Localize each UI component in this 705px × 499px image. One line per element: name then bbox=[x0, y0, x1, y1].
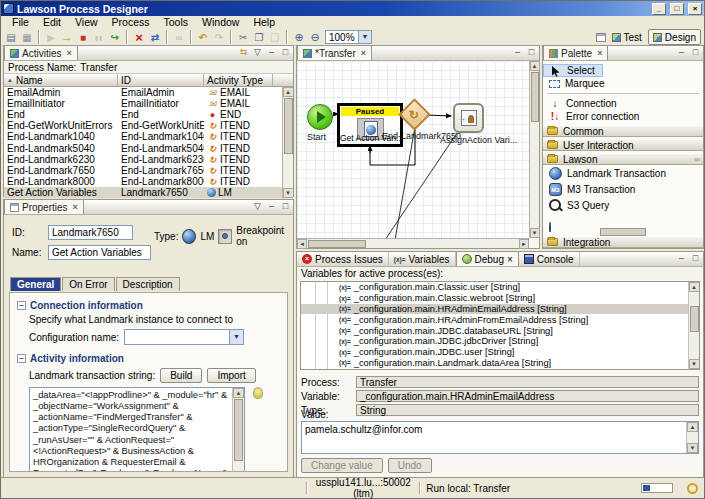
close-icon[interactable]: × bbox=[73, 202, 78, 212]
save-icon[interactable] bbox=[3, 30, 19, 45]
scroll-up-icon[interactable]: ▲ bbox=[687, 422, 698, 432]
tool-connection[interactable]: ↓ Connection bbox=[543, 97, 703, 110]
print-icon[interactable] bbox=[19, 30, 35, 45]
open-perspective-icon[interactable] bbox=[596, 33, 606, 42]
pin-icon[interactable]: ∞ bbox=[694, 155, 700, 164]
table-scrollbar[interactable]: ▲ ▼ bbox=[282, 87, 293, 198]
collapse-icon[interactable]: − bbox=[17, 354, 26, 363]
table-row[interactable]: End-Landmark8000End-Landmark8000ITEND bbox=[4, 176, 293, 187]
redo-icon[interactable] bbox=[211, 30, 227, 45]
close-button[interactable]: × bbox=[688, 3, 702, 15]
menu-file[interactable]: File bbox=[5, 16, 36, 29]
scroll-right-icon[interactable]: ► bbox=[519, 239, 529, 249]
tool-error-connection[interactable]: !↓ Error connection bbox=[543, 110, 703, 123]
close-icon[interactable]: × bbox=[361, 48, 366, 58]
category-user-interaction[interactable]: User Interaction bbox=[543, 139, 703, 151]
view-menu-icon[interactable]: ▽ bbox=[252, 201, 263, 211]
title-bar[interactable]: Lawson Process Designer _ □ × bbox=[1, 1, 704, 16]
scrollbar-thumb[interactable] bbox=[234, 399, 243, 461]
pause-icon[interactable] bbox=[91, 30, 107, 45]
relaunch-icon[interactable] bbox=[147, 30, 163, 45]
scrollbar-thumb[interactable] bbox=[308, 240, 366, 248]
palette-item-m3-transaction[interactable]: M3 M3 Transaction bbox=[543, 181, 703, 197]
column-header-name[interactable]: ▲Name bbox=[4, 74, 118, 86]
tab-transfer-editor[interactable]: *Transfer × bbox=[297, 45, 372, 60]
scroll-up-icon[interactable]: ▲ bbox=[233, 388, 244, 398]
close-icon[interactable]: × bbox=[66, 48, 71, 58]
view-menu-icon[interactable]: ▽ bbox=[252, 47, 263, 57]
breakpoint-toggle[interactable] bbox=[218, 229, 232, 244]
palette-item-s3-query[interactable]: S3 Query bbox=[543, 197, 703, 213]
column-header-id[interactable]: ID bbox=[118, 74, 204, 86]
tab-process-issues[interactable]: × Process Issues bbox=[297, 252, 389, 266]
table-row[interactable]: End-Landmark6230End-Landmark6230ITEND bbox=[4, 154, 293, 165]
textarea-scrollbar[interactable]: ▲ ▼ bbox=[232, 388, 244, 472]
design-canvas[interactable]: Start Paused Get Action Vari... ↻ End-La… bbox=[297, 61, 529, 238]
canvas-vertical-scrollbar[interactable]: ▲ ▼ bbox=[529, 61, 539, 238]
tab-palette[interactable]: Palette × bbox=[543, 45, 608, 60]
maximize-view-icon[interactable]: □ bbox=[526, 47, 537, 57]
minimize-button[interactable]: _ bbox=[652, 3, 666, 15]
palette-item-landmark-transaction[interactable]: Landmark Transaction bbox=[543, 165, 703, 181]
terminate-icon[interactable] bbox=[131, 30, 147, 45]
variable-row-selected[interactable]: _configuration.main.HRAdminEmailAddress … bbox=[301, 304, 699, 315]
resume-icon[interactable] bbox=[59, 30, 75, 45]
scroll-up-icon[interactable]: ▲ bbox=[283, 87, 294, 97]
change-value-button[interactable]: Change value bbox=[301, 458, 383, 473]
tab-console[interactable]: Console bbox=[519, 252, 580, 266]
table-row[interactable]: EndEndEND bbox=[4, 109, 293, 120]
undo-button[interactable]: Undo bbox=[388, 458, 432, 473]
maximize-view-icon[interactable]: □ bbox=[280, 47, 291, 57]
copy-icon[interactable] bbox=[251, 30, 267, 45]
scroll-down-icon[interactable]: ▼ bbox=[689, 359, 700, 369]
tab-general[interactable]: General bbox=[10, 277, 61, 291]
tab-description[interactable]: Description bbox=[116, 277, 180, 291]
menu-help[interactable]: Help bbox=[246, 16, 282, 29]
minimize-view-icon[interactable]: – bbox=[676, 253, 687, 263]
column-header-type[interactable]: Activity Type bbox=[204, 74, 273, 86]
table-row[interactable]: End-Landmark7650End-Landmark7650ITEND bbox=[4, 165, 293, 176]
minimize-view-icon[interactable]: – bbox=[266, 47, 277, 57]
minimize-view-icon[interactable]: – bbox=[512, 47, 523, 57]
menu-view[interactable]: View bbox=[68, 16, 105, 29]
scrollbar-thumb[interactable] bbox=[284, 98, 293, 154]
tab-properties[interactable]: Properties × bbox=[4, 199, 84, 214]
close-icon[interactable]: × bbox=[507, 254, 513, 265]
cut-icon[interactable] bbox=[235, 30, 251, 45]
collapse-icon[interactable]: − bbox=[17, 301, 26, 310]
variable-row[interactable]: _configuration.main.Classic.user [String… bbox=[301, 282, 699, 293]
menu-tools[interactable]: Tools bbox=[157, 16, 196, 29]
transaction-string-textarea[interactable]: _dataArea="<!appProdline>" & _module="hr… bbox=[29, 387, 245, 472]
minimize-view-icon[interactable]: – bbox=[266, 201, 277, 211]
undo-icon[interactable] bbox=[195, 30, 211, 45]
tab-variables[interactable]: (x)= Variables bbox=[389, 252, 456, 266]
maximize-view-icon[interactable]: □ bbox=[690, 253, 701, 263]
scroll-up-icon[interactable]: ▲ bbox=[689, 282, 700, 292]
tool-select[interactable]: Select bbox=[543, 64, 603, 77]
minimize-view-icon[interactable]: – bbox=[676, 47, 687, 57]
background-tasks-icon[interactable] bbox=[687, 483, 698, 494]
scroll-up-icon[interactable]: ▲ bbox=[530, 61, 540, 71]
table-row[interactable]: EmailAdminEmailAdminEMAIL bbox=[4, 87, 293, 98]
scrollbar-thumb[interactable] bbox=[531, 72, 539, 122]
menu-edit[interactable]: Edit bbox=[36, 16, 68, 29]
perspective-test[interactable]: Test bbox=[608, 29, 646, 45]
canvas-horizontal-scrollbar[interactable]: ◄ ► bbox=[297, 238, 529, 248]
import-button[interactable]: Import bbox=[207, 368, 255, 383]
zoom-in-icon[interactable] bbox=[291, 30, 307, 45]
category-lawson[interactable]: Lawson ∞ bbox=[543, 153, 703, 165]
table-row[interactable]: EmailInitiatorEmailInitiatorEMAIL bbox=[4, 98, 293, 109]
build-button[interactable]: Build bbox=[160, 368, 202, 383]
palette-scrollbar-thumb[interactable] bbox=[600, 228, 646, 236]
tab-debug[interactable]: Debug × bbox=[456, 251, 519, 266]
close-icon[interactable]: × bbox=[597, 48, 602, 58]
variable-row[interactable]: _configuration.main.HRAdminFromEmailAddr… bbox=[301, 314, 699, 325]
category-integration[interactable]: Integration bbox=[543, 236, 703, 248]
table-row[interactable]: End-Landmark1040End-Landmark1040ITEND bbox=[4, 131, 293, 142]
scroll-down-icon[interactable]: ▼ bbox=[530, 228, 540, 238]
tab-activities[interactable]: Activities × bbox=[4, 45, 78, 60]
tab-on-error[interactable]: On Error bbox=[62, 277, 114, 291]
paste-icon[interactable] bbox=[267, 30, 283, 45]
variable-row[interactable]: _configuration.main.JDBC.jdbcDriver [Str… bbox=[301, 336, 699, 347]
variable-row[interactable]: _configuration.main.JDBC.user [String] bbox=[301, 347, 699, 358]
